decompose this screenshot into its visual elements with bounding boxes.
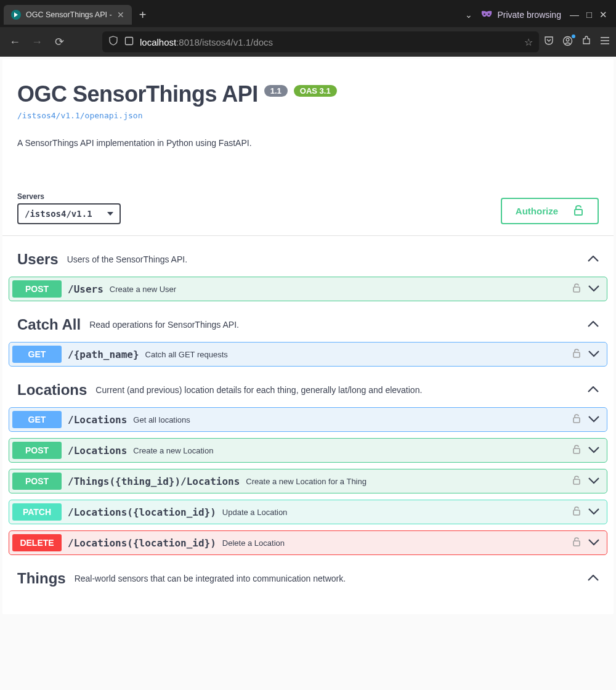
operation-row[interactable]: GET /{path_name} Catch all GET requests	[9, 342, 607, 367]
operation-summary: Create a new Location for a Thing	[246, 477, 367, 486]
window-controls: — □ ✕	[570, 9, 607, 20]
url-text: localhost:8018/istsos4/v1.1/docs	[140, 37, 273, 47]
tab-bar: OGC SensorThings API - ✕ + ⌄ Private bro…	[0, 0, 616, 27]
back-button[interactable]: ←	[6, 33, 23, 51]
tag-block: Locations Current (and previous) locatio…	[2, 373, 614, 555]
http-method-badge: PATCH	[12, 503, 62, 521]
lock-icon[interactable]	[572, 348, 581, 360]
page-info-icon[interactable]	[124, 36, 134, 48]
operation-summary: Get all locations	[133, 415, 190, 424]
openapi-link[interactable]: /istsos4/v1.1/openapi.json	[17, 111, 143, 120]
svg-rect-13	[573, 448, 580, 453]
server-select[interactable]: /istsos4/v1.1	[17, 203, 121, 224]
account-icon[interactable]	[562, 36, 573, 49]
http-method-badge: POST	[12, 442, 62, 459]
operation-path: /{path_name}	[68, 349, 139, 360]
tabs-dropdown-icon[interactable]: ⌄	[465, 10, 472, 20]
operation-summary: Create a new User	[110, 285, 176, 294]
tag-block: Users Users of the SensorThings API. POS…	[2, 242, 614, 301]
operation-path: /Things({thing_id})/Locations	[68, 476, 240, 487]
oas-badge: OAS 3.1	[294, 85, 337, 97]
api-title: OGC SensorThings API	[17, 81, 258, 107]
url-bar[interactable]: localhost:8018/istsos4/v1.1/docs ☆	[102, 31, 539, 52]
browser-chrome: OGC SensorThings API - ✕ + ⌄ Private bro…	[0, 0, 616, 57]
close-icon[interactable]: ✕	[117, 10, 124, 19]
http-method-badge: POST	[12, 280, 62, 298]
minimize-icon[interactable]: —	[570, 9, 579, 20]
authorize-button[interactable]: Authorize	[501, 198, 599, 224]
lock-icon[interactable]	[572, 444, 581, 457]
new-tab-button[interactable]: +	[132, 4, 154, 26]
tag-name: Locations	[17, 381, 87, 399]
mask-icon	[481, 9, 492, 20]
shield-icon[interactable]	[108, 36, 118, 48]
svg-point-5	[566, 38, 569, 41]
tab-title: OGC SensorThings API -	[26, 10, 112, 19]
operation-summary: Catch all GET requests	[145, 350, 228, 359]
svg-rect-16	[573, 541, 580, 546]
chevron-up-icon	[588, 319, 599, 330]
chevron-down-icon	[588, 283, 599, 294]
operation-path: /Locations	[68, 414, 127, 426]
tag-description: Read operations for SensorThings API.	[89, 320, 239, 330]
chevron-down-icon	[588, 414, 599, 425]
chevron-down-icon	[588, 445, 599, 456]
api-description: A SensorThings API implementation in Pyt…	[17, 138, 599, 148]
operation-summary: Delete a Location	[222, 538, 285, 548]
operation-summary: Create a new Location	[133, 446, 213, 455]
tag-name: Things	[17, 570, 66, 587]
chevron-down-icon	[588, 537, 599, 548]
operation-row[interactable]: POST /Users Create a new User	[9, 277, 607, 301]
operation-row[interactable]: GET /Locations Get all locations	[9, 407, 607, 432]
menu-icon[interactable]	[600, 36, 610, 47]
operation-row[interactable]: DELETE /Locations({location_id}) Delete …	[9, 530, 607, 555]
bookmark-star-icon[interactable]: ☆	[524, 36, 533, 48]
operation-row[interactable]: PATCH /Locations({location_id}) Update a…	[9, 500, 607, 524]
http-method-badge: DELETE	[12, 534, 62, 551]
chevron-down-icon	[588, 476, 599, 487]
extensions-icon[interactable]	[582, 36, 591, 48]
operation-row[interactable]: POST /Things({thing_id})/Locations Creat…	[9, 469, 607, 493]
lock-icon[interactable]	[572, 537, 581, 549]
tag-description: Current (and previous) location details …	[95, 385, 422, 395]
http-method-badge: POST	[12, 473, 62, 490]
operation-path: /Locations({location_id})	[68, 506, 216, 518]
forward-button: →	[28, 33, 46, 51]
chevron-up-icon	[588, 384, 599, 396]
browser-tab[interactable]: OGC SensorThings API - ✕	[4, 5, 132, 25]
private-browsing-label: Private browsing	[481, 9, 561, 20]
tag-description: Real-world sensors that can be integrate…	[75, 574, 346, 583]
svg-point-1	[488, 14, 490, 15]
tag-description: Users of the SensorThings API.	[67, 254, 187, 264]
tag-header[interactable]: Locations Current (and previous) locatio…	[9, 373, 607, 407]
tag-header[interactable]: Things Real-world sensors that can be in…	[9, 561, 607, 596]
operation-row[interactable]: POST /Locations Create a new Location	[9, 438, 607, 463]
tag-name: Catch All	[17, 316, 81, 333]
http-method-badge: GET	[12, 346, 62, 363]
lock-icon[interactable]	[572, 506, 581, 518]
svg-rect-15	[573, 510, 580, 515]
api-header: OGC SensorThings API 1.1 OAS 3.1 /istsos…	[2, 59, 614, 155]
operation-path: /Locations({location_id})	[68, 537, 216, 549]
reload-button[interactable]: ⟳	[51, 33, 68, 51]
page: OGC SensorThings API 1.1 OAS 3.1 /istsos…	[0, 57, 616, 690]
lock-icon[interactable]	[572, 475, 581, 487]
chevron-down-icon	[588, 349, 599, 360]
servers-label: Servers	[17, 192, 121, 201]
pocket-icon[interactable]	[544, 36, 554, 48]
tab-favicon	[11, 10, 21, 20]
svg-point-0	[484, 14, 486, 15]
maximize-icon[interactable]: □	[586, 9, 592, 20]
lock-icon[interactable]	[572, 283, 581, 295]
tag-header[interactable]: Catch All Read operations for SensorThin…	[9, 307, 607, 342]
nav-bar: ← → ⟳ localhost:8018/istsos4/v1.1/docs ☆	[0, 27, 616, 57]
close-window-icon[interactable]: ✕	[599, 9, 607, 20]
chevron-up-icon	[588, 254, 599, 265]
lock-icon[interactable]	[572, 413, 581, 426]
tag-block: Catch All Read operations for SensorThin…	[2, 307, 614, 367]
version-badge: 1.1	[264, 85, 288, 97]
chevron-up-icon	[588, 573, 599, 584]
tag-header[interactable]: Users Users of the SensorThings API.	[9, 242, 607, 277]
operation-path: /Users	[68, 283, 103, 295]
unlock-icon	[573, 205, 584, 217]
